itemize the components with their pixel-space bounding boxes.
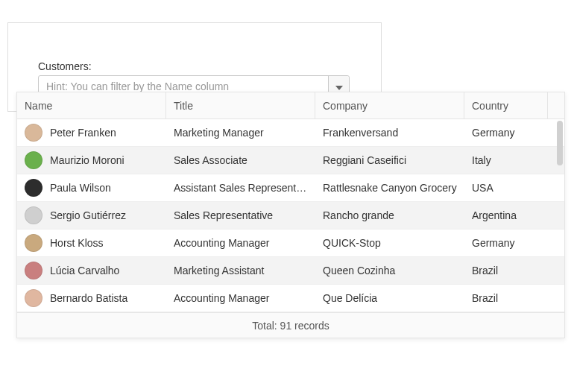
cell-country: Brazil: [464, 292, 548, 304]
cell-title: Marketing Assistant: [166, 265, 315, 276]
table-row[interactable]: Sergio GutiérrezSales RepresentativeRanc…: [17, 202, 564, 230]
cell-title: Assistant Sales Represent…: [166, 182, 315, 194]
cell-title: Accounting Manager: [166, 292, 315, 304]
cell-title: Sales Representative: [166, 209, 315, 221]
customer-name: Maurizio Moroni: [50, 154, 124, 166]
column-header-name[interactable]: Name: [17, 92, 166, 118]
avatar: [25, 124, 42, 142]
customers-label: Customers:: [38, 60, 351, 72]
grid-footer: Total: 91 records: [17, 312, 564, 338]
cell-company: Rancho grande: [315, 209, 464, 221]
customer-name: Peter Franken: [50, 127, 116, 139]
cell-country: Argentina: [464, 209, 548, 221]
cell-title: Marketing Manager: [166, 127, 315, 139]
avatar: [25, 179, 42, 197]
cell-name: Lúcia Carvalho: [17, 262, 166, 279]
table-row[interactable]: Peter FrankenMarketing ManagerFrankenver…: [17, 119, 564, 147]
cell-name: Peter Franken: [17, 124, 166, 142]
table-row[interactable]: Horst KlossAccounting ManagerQUICK-StopG…: [17, 230, 564, 257]
column-header-company[interactable]: Company: [315, 92, 464, 118]
grid-body: Peter FrankenMarketing ManagerFrankenver…: [17, 119, 564, 312]
table-row[interactable]: Bernardo BatistaAccounting ManagerQue De…: [17, 285, 564, 312]
customer-name: Paula Wilson: [50, 182, 111, 194]
grid-header: Name Title Company Country: [17, 92, 564, 119]
avatar: [25, 206, 42, 224]
column-header-scroll-gutter: [548, 92, 564, 118]
customers-grid: Name Title Company Country Peter Franken…: [16, 92, 565, 338]
cell-company: Rattlesnake Canyon Grocery: [315, 182, 464, 194]
customer-name: Bernardo Batista: [50, 292, 127, 304]
table-row[interactable]: Lúcia CarvalhoMarketing AssistantQueen C…: [17, 257, 564, 285]
customer-name: Horst Kloss: [50, 237, 104, 249]
cell-name: Horst Kloss: [17, 234, 166, 252]
table-row[interactable]: Maurizio MoroniSales AssociateReggiani C…: [17, 147, 564, 174]
cell-title: Sales Associate: [166, 154, 315, 166]
cell-name: Bernardo Batista: [17, 289, 166, 307]
customer-name: Sergio Gutiérrez: [50, 209, 126, 221]
cell-company: Frankenversand: [315, 127, 464, 139]
cell-company: Que Delícia: [315, 292, 464, 304]
cell-company: Queen Cozinha: [315, 265, 464, 276]
vertical-scrollbar-thumb[interactable]: [557, 121, 563, 165]
cell-country: Italy: [464, 154, 548, 166]
table-row[interactable]: Paula WilsonAssistant Sales Represent…Ra…: [17, 174, 564, 202]
cell-name: Sergio Gutiérrez: [17, 206, 166, 224]
avatar: [25, 151, 42, 169]
total-records-label: Total: 91 records: [252, 320, 329, 332]
chevron-down-icon: [335, 80, 343, 92]
cell-country: USA: [464, 182, 548, 194]
cell-title: Accounting Manager: [166, 237, 315, 249]
cell-name: Paula Wilson: [17, 179, 166, 197]
column-header-country[interactable]: Country: [464, 92, 548, 118]
cell-company: Reggiani Caseifici: [315, 154, 464, 166]
avatar: [25, 234, 42, 252]
avatar: [25, 262, 42, 279]
cell-country: Germany: [464, 237, 548, 249]
customer-name: Lúcia Carvalho: [50, 265, 119, 276]
avatar: [25, 289, 42, 307]
cell-name: Maurizio Moroni: [17, 151, 166, 169]
cell-country: Germany: [464, 127, 548, 139]
cell-company: QUICK-Stop: [315, 237, 464, 249]
cell-country: Brazil: [464, 265, 548, 276]
column-header-title[interactable]: Title: [166, 92, 315, 118]
